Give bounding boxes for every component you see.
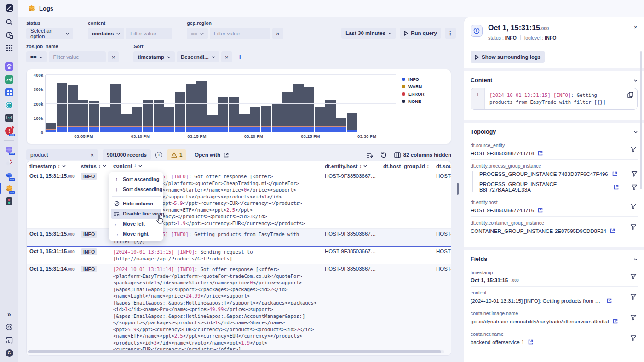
legend-item-none[interactable]: NONE — [402, 99, 446, 104]
legend-item-info[interactable]: INFO — [402, 77, 446, 82]
filter-funnel-icon[interactable] — [630, 335, 637, 341]
filter-funnel-icon[interactable] — [630, 315, 637, 321]
info-icon[interactable]: i — [155, 152, 162, 158]
distributions-app-icon[interactable]: NEW — [0, 169, 18, 182]
histogram-bar[interactable] — [239, 114, 249, 132]
remove-zos-job-name-filter-button[interactable]: × — [108, 51, 119, 62]
detail-panel-scrollbar-thumb[interactable] — [640, 51, 642, 189]
columns-hidden-button[interactable]: 82 columns hidden — [394, 152, 451, 158]
zos-job-name-operator-select[interactable]: == — [26, 51, 47, 62]
show-surrounding-logs-button[interactable]: Show surrounding logs — [471, 51, 545, 63]
open-value-icon[interactable] — [528, 339, 534, 345]
table-row[interactable]: Oct 1, 15:31:15.000INFO5] [INFO]: Got of… — [27, 171, 451, 229]
column-header-dt-entity-host[interactable]: dt.entity.host↕ — [322, 161, 380, 171]
open-with-button[interactable]: Open with — [195, 152, 229, 158]
histogram-bar[interactable] — [347, 113, 357, 132]
legend-item-error[interactable]: ERROR — [402, 91, 446, 96]
column-header-content[interactable]: content↕ — [110, 161, 322, 171]
open-value-icon[interactable] — [612, 318, 618, 324]
table-row[interactable]: Oct 1, 15:31:14.000INFO[2024-10-01 13:31… — [27, 264, 451, 355]
filter-funnel-icon[interactable] — [630, 147, 637, 153]
content-operator-select[interactable]: contains — [88, 28, 124, 39]
time-range-select[interactable]: Last 30 minutes — [341, 28, 396, 39]
column-menu-icon[interactable] — [62, 165, 66, 167]
histogram-bar[interactable] — [57, 83, 67, 132]
filter-funnel-icon[interactable] — [631, 171, 638, 177]
open-entity-icon[interactable] — [610, 228, 615, 234]
histogram-bar[interactable] — [218, 97, 228, 133]
column-menu-icon[interactable] — [138, 165, 142, 167]
topology-section-header[interactable]: Topology — [471, 124, 638, 139]
legend-scrollbar[interactable] — [397, 101, 397, 114]
histogram-bar[interactable] — [304, 87, 314, 132]
problems-app-icon[interactable]: !NEW — [0, 124, 18, 137]
community-icon[interactable] — [0, 321, 18, 334]
view-settings-icon[interactable] — [366, 152, 373, 158]
menu-item-disable-line-wrap[interactable]: Disable line wrap — [111, 209, 161, 219]
open-entity-icon[interactable] — [613, 184, 619, 190]
gcp-region-filter-input[interactable] — [214, 31, 266, 36]
open-value-icon[interactable] — [606, 298, 612, 304]
histogram-bar[interactable] — [100, 107, 110, 132]
histogram-bar[interactable] — [282, 92, 293, 133]
more-options-button[interactable]: ⋮ — [445, 28, 456, 39]
menu-item-hide-column[interactable]: Hide column — [111, 198, 161, 209]
insights-chart-icon[interactable] — [0, 334, 18, 346]
search-icon[interactable] — [0, 16, 18, 28]
main-vertical-scrollbar-thumb[interactable] — [457, 183, 459, 195]
column-header-timestamp[interactable]: timestamp↕ — [27, 161, 78, 171]
filter-funnel-icon[interactable] — [630, 273, 637, 279]
histogram-bar[interactable] — [261, 106, 271, 133]
observability-clock-icon[interactable] — [0, 28, 18, 41]
histogram-bar[interactable] — [78, 100, 88, 132]
kubernetes-app-icon[interactable] — [0, 99, 18, 112]
histogram-bar[interactable] — [46, 123, 56, 132]
traffic-signals-app-icon[interactable] — [0, 195, 18, 208]
histogram-bar[interactable] — [336, 118, 346, 132]
table-row[interactable]: Oct 1, 15:31:15.000INFO[2024-10-01 13:31… — [27, 247, 451, 264]
histogram-bar[interactable] — [68, 85, 78, 132]
menu-item-move-right[interactable]: →Move right — [111, 229, 161, 239]
horizontal-scrollbar[interactable] — [28, 350, 444, 353]
entity-link[interactable]: HOST-9F38503667743716 — [471, 151, 534, 156]
histogram-bar[interactable] — [250, 107, 260, 132]
app-grid-icon[interactable] — [0, 41, 18, 54]
run-query-button[interactable]: Run query — [400, 28, 441, 39]
histogram-bar[interactable] — [272, 104, 282, 132]
entity-link[interactable]: PROCESS_GROUP_INSTANCE-B8F727BAAE49E33A — [479, 181, 610, 192]
gcp-region-operator-select[interactable]: == — [187, 28, 207, 39]
menu-item-sort-descending[interactable]: ↓Sort descending — [111, 184, 161, 194]
histogram-bar[interactable] — [143, 100, 153, 132]
histogram-bar[interactable] — [315, 107, 325, 132]
status-select[interactable]: Select an option — [26, 28, 73, 39]
horizontal-scrollbar-thumb[interactable] — [28, 350, 441, 353]
services-app-icon[interactable] — [0, 60, 18, 73]
remove-gcp-region-filter-button[interactable]: × — [272, 28, 283, 39]
expand-rail-icon[interactable]: » — [0, 308, 18, 321]
hosts-monitor-app-icon[interactable] — [0, 112, 18, 124]
table-row-selected[interactable]: Oct 1, 15:31:15.000INFO5] [INFO]: Gettin… — [27, 229, 451, 247]
copy-icon[interactable] — [627, 92, 633, 98]
filter-funnel-icon[interactable] — [631, 184, 638, 190]
logs-app-icon[interactable]: NEW — [0, 182, 18, 195]
sort-icon[interactable]: ↕ — [359, 164, 362, 169]
column-header-dt-source-entity[interactable]: dt.source_entity — [433, 161, 451, 171]
histogram-bar[interactable] — [164, 107, 174, 132]
menu-item-move-left[interactable]: ←Move left — [111, 219, 161, 229]
legend-item-warn[interactable]: WARN — [402, 84, 446, 89]
remove-sort-button[interactable]: × — [221, 51, 232, 62]
close-detail-panel-icon[interactable]: × — [633, 23, 638, 31]
histogram-bar[interactable] — [175, 92, 185, 133]
filter-funnel-icon[interactable] — [630, 294, 637, 300]
sort-field-select[interactable]: timestamp — [133, 51, 175, 62]
zos-job-name-filter-input[interactable] — [53, 54, 102, 60]
histogram-bar[interactable] — [229, 97, 239, 133]
storage-database-app-icon[interactable]: NEW — [0, 143, 18, 156]
reset-undo-icon[interactable] — [380, 152, 387, 158]
dynatrace-logo-icon[interactable] — [0, 0, 18, 16]
content-section-header[interactable]: Content — [471, 73, 638, 88]
clusters-app-icon[interactable] — [0, 156, 18, 169]
open-entity-icon[interactable] — [537, 207, 543, 213]
sort-icon[interactable]: ↕ — [98, 164, 101, 169]
histogram-bar[interactable] — [132, 107, 142, 132]
